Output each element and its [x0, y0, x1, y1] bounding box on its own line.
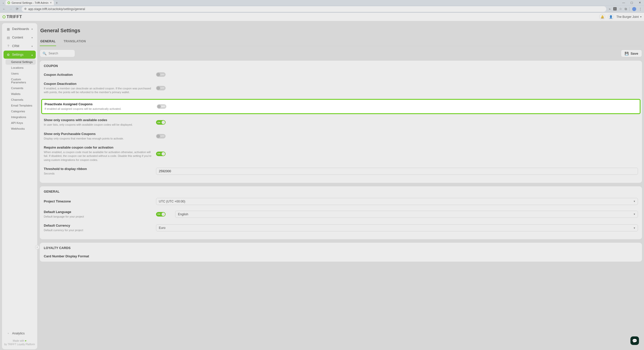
subnav-channels[interactable]: Channels — [6, 97, 36, 102]
chat-launcher[interactable]: 💬 — [630, 336, 639, 345]
brand-logo[interactable]: TRIFFT — [3, 14, 22, 19]
tab-close-icon[interactable]: × — [50, 1, 52, 5]
subnav-api-keys[interactable]: API Keys — [6, 120, 36, 126]
setting-desc: Default currency for your project — [44, 228, 152, 232]
coupon-section: COUPON Coupon Activation OFF Coupon Deac… — [40, 61, 642, 183]
toggle-default-language[interactable]: ON — [156, 212, 166, 217]
setting-title: Default Currency — [44, 224, 152, 227]
save-button[interactable]: 💾 Save — [621, 50, 642, 57]
app-header: TRIFFT 🔔 👤 The Burger Joint ▾ — [0, 13, 644, 21]
toggle-show-purchasable[interactable]: OFF — [156, 134, 166, 138]
subnav-consents[interactable]: Consents — [6, 85, 36, 91]
timezone-select[interactable]: UTC (UTC +00:00) ▾ — [156, 198, 638, 205]
setting-title: Preactivate Assigned Coupons — [45, 102, 153, 106]
chevron-down-icon: ▾ — [634, 226, 635, 230]
sidebar-item-dashboards[interactable]: ▦ Dashboards ▾ — [4, 25, 36, 33]
address-bar[interactable]: ⚙ app.stage.trifft.io/cacitokiy/settings… — [22, 6, 606, 12]
chevron-up-icon: ▴ — [31, 53, 33, 56]
toggle-require-coupon-code[interactable]: ON — [156, 152, 166, 156]
sidebar-label: Content — [12, 36, 23, 39]
back-button[interactable]: ← — [2, 7, 6, 11]
toggle-show-available-codes[interactable]: ON — [156, 120, 166, 125]
sidebar-item-content[interactable]: ▤ Content ▾ — [4, 33, 36, 42]
password-manager-icon[interactable]: ⌁ — [609, 7, 611, 11]
chevron-down-icon: ▾ — [634, 200, 635, 203]
main-panel: General Settings GENERAL TRANSLATION 🔍 💾… — [40, 23, 642, 349]
chevron-down-icon: ▾ — [634, 213, 635, 216]
timezone-value: UTC (UTC +00:00) — [159, 200, 185, 203]
sidebar-label: Dashboards — [12, 27, 29, 31]
sidebar-item-analytics[interactable]: ▫ Analytics — [4, 329, 36, 337]
extensions-icon[interactable]: ⧉ — [625, 7, 627, 11]
setting-desc: If enabled all assigned coupons will be … — [45, 107, 153, 111]
translate-icon[interactable]: 🅰 — [613, 7, 617, 11]
toggle-coupon-activation[interactable]: OFF — [156, 72, 166, 77]
settings-search-input[interactable] — [49, 52, 86, 55]
heart-icon: ♥ — [25, 339, 26, 342]
settings-tabs: GENERAL TRANSLATION — [40, 37, 642, 46]
setting-desc: Seconds — [44, 172, 152, 176]
row-threshold-ribbon: Threshold to display ribbon Seconds — [44, 165, 638, 179]
row-default-language: Default Language Default language for yo… — [44, 208, 638, 222]
subnav-general-settings[interactable]: General Settings — [6, 59, 36, 65]
subnav-wallets[interactable]: Wallets — [6, 91, 36, 97]
window-close-icon[interactable]: ✕ — [636, 1, 643, 4]
general-section: GENERAL Project Timezone UTC (UTC +00:00… — [40, 186, 642, 239]
bookmark-star-icon[interactable]: ☆ — [619, 7, 622, 11]
sidebar-item-crm[interactable]: ? CRM ▾ — [4, 42, 36, 50]
tab-translation[interactable]: TRANSLATION — [63, 37, 86, 46]
row-card-number-format: Card Number Display Format — [44, 253, 638, 258]
question-icon: ? — [7, 44, 10, 48]
sidebar-collapse-button[interactable]: ‹ — [35, 245, 40, 250]
currency-select[interactable]: Euro ▾ — [156, 224, 638, 231]
sidebar-label: Settings — [12, 53, 23, 56]
tablist-dropdown-icon[interactable]: ⌄ — [1, 1, 6, 4]
reload-button[interactable]: ⟳ — [15, 7, 19, 11]
setting-title: Coupon Deactivation — [44, 82, 152, 86]
window-minimize-icon[interactable]: ― — [620, 1, 627, 4]
toggle-preactivate-coupons[interactable]: OFF — [157, 104, 166, 109]
account-icon[interactable]: 👤 — [608, 14, 614, 20]
page-title: General Settings — [40, 23, 642, 37]
subnav-custom-parameters[interactable]: Custom Parameters — [6, 77, 36, 85]
subnav-categories[interactable]: Categories — [6, 109, 36, 114]
setting-title: Coupon Activation — [44, 73, 152, 77]
setting-title: Project Timezone — [44, 199, 152, 203]
settings-subnav: General Settings Locations Users Custom … — [2, 59, 37, 132]
threshold-input[interactable] — [159, 169, 635, 173]
subnav-integrations[interactable]: Integrations — [6, 114, 36, 120]
settings-search[interactable]: 🔍 — [40, 50, 75, 57]
profile-avatar-icon[interactable] — [632, 7, 636, 11]
forward-button[interactable]: → — [9, 7, 13, 11]
site-info-icon[interactable]: ⚙ — [24, 7, 27, 11]
save-icon: 💾 — [625, 52, 629, 55]
search-icon: 🔍 — [43, 52, 47, 55]
setting-desc: When enabled, a coupon code must be avai… — [44, 150, 152, 162]
toggle-coupon-deactivation[interactable]: OFF — [156, 86, 166, 90]
setting-desc: Display only coupons that member has eno… — [44, 137, 152, 141]
new-tab-button[interactable]: + — [54, 1, 60, 5]
sidebar-item-settings[interactable]: ⚙ Settings ▴ — [4, 51, 36, 59]
setting-desc: If enabled, a member can deactivate an a… — [44, 87, 152, 94]
browser-tab[interactable]: General Settings - Trifft Admin × — [6, 0, 54, 5]
currency-value: Euro — [159, 226, 165, 230]
subnav-locations[interactable]: Locations — [6, 65, 36, 71]
gear-icon: ⚙ — [7, 53, 10, 56]
threshold-input-wrapper — [156, 168, 638, 175]
section-heading: GENERAL — [44, 190, 638, 193]
tab-general[interactable]: GENERAL — [40, 37, 56, 46]
notifications-icon[interactable]: 🔔 — [599, 14, 605, 20]
dashboard-icon: ▦ — [7, 27, 10, 31]
subnav-email-templates[interactable]: Email Templates — [6, 103, 36, 108]
language-select[interactable]: English ▾ — [175, 211, 638, 218]
sidebar-label: CRM — [12, 44, 19, 48]
subnav-webhooks[interactable]: Webhooks — [6, 126, 36, 131]
sidebar-label: Analytics — [12, 332, 25, 335]
window-maximize-icon[interactable]: ▢ — [628, 1, 635, 4]
browser-menu-icon[interactable]: ⋮ — [639, 7, 642, 11]
tab-favicon — [8, 2, 10, 4]
row-default-currency: Default Currency Default currency for yo… — [44, 222, 638, 236]
setting-title: Default Language — [44, 210, 152, 214]
workspace-switcher[interactable]: The Burger Joint ▾ — [616, 15, 641, 19]
subnav-users[interactable]: Users — [6, 71, 36, 76]
